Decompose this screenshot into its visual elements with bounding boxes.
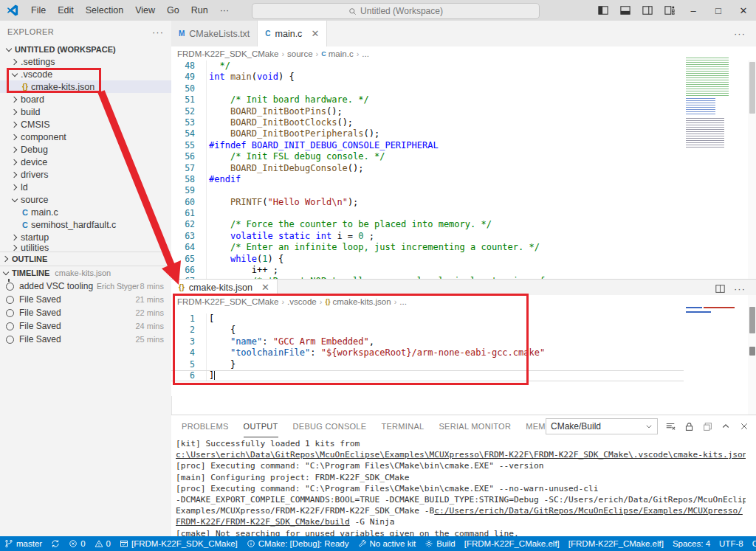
scrollbar-bottom[interactable] xyxy=(748,295,756,415)
chevron-collapsed-icon xyxy=(9,243,21,252)
tree-item-utilities[interactable]: utilities xyxy=(0,243,171,252)
panel-tab-terminal[interactable]: TERMINAL xyxy=(381,416,424,437)
lock-scroll-icon[interactable] xyxy=(683,420,695,432)
timeline-item[interactable]: File Saved24 mins xyxy=(0,319,171,333)
panel-tab-serial-monitor[interactable]: SERIAL MONITOR xyxy=(439,416,511,437)
tree-item-device[interactable]: device xyxy=(0,156,171,168)
status-item-master[interactable]: master xyxy=(0,536,47,551)
minimap-top[interactable] xyxy=(683,55,748,155)
split-editor-icon[interactable] xyxy=(715,284,725,294)
output-line: [kit] Successfully loaded 1 kits from xyxy=(176,438,746,449)
breadcrumb-item[interactable]: FRDM-K22F_SDK_CMake xyxy=(177,297,278,306)
minimap-bottom[interactable] xyxy=(683,304,748,322)
status-item-frdm-k22f-cmake-elf[interactable]: [FRDM-K22F_CMake.elf] xyxy=(564,536,668,551)
timeline-section-header[interactable]: TIMELINE cmake-kits.json xyxy=(0,266,171,280)
timeline-item[interactable]: File Saved21 mins xyxy=(0,293,171,306)
chevron-collapsed-icon xyxy=(9,106,21,118)
toggle-sidebar-icon[interactable] xyxy=(592,0,614,21)
breadcrumb-item[interactable]: .vscode xyxy=(287,297,317,306)
status-item-0[interactable]: 0 xyxy=(64,536,89,551)
status-item-spaces-4[interactable]: Spaces: 4 xyxy=(668,536,715,551)
tree-item-ld[interactable]: ld xyxy=(0,181,171,193)
breadcrumb-item[interactable]: {}cmake-kits.json xyxy=(325,297,391,306)
timeline-item[interactable]: File Saved25 mins xyxy=(0,333,171,346)
menu-file[interactable]: File xyxy=(25,0,52,21)
tree-item-settings[interactable]: .settings xyxy=(0,55,171,68)
status-item-0[interactable]: 0 xyxy=(90,536,115,551)
timeline-item[interactable]: File Saved22 mins xyxy=(0,306,171,319)
tree-item-source[interactable]: source xyxy=(0,193,171,206)
editor-actions-more-icon[interactable]: ··· xyxy=(734,283,746,294)
main-c-icon: C xyxy=(321,50,326,58)
minimize-button[interactable]: – xyxy=(681,0,706,21)
toggle-secondary-sidebar-icon[interactable] xyxy=(636,0,659,21)
breadcrumb-item[interactable]: FRDM-K22F_SDK_CMake xyxy=(177,49,278,58)
outline-section-header[interactable]: OUTLINE xyxy=(0,252,171,266)
breadcrumb-item[interactable]: Cmain.c xyxy=(321,49,353,58)
timeline-item[interactable]: added VSC toolingErich Styger8 mins xyxy=(0,280,171,293)
menu-view[interactable]: View xyxy=(129,0,161,21)
tree-item-main-c[interactable]: Cmain.c xyxy=(0,206,171,218)
tab-cmakelists-txt[interactable]: MCMakeLists.txt xyxy=(171,21,258,46)
clear-output-icon[interactable] xyxy=(664,420,676,432)
open-output-in-editor-icon[interactable] xyxy=(701,420,713,432)
status-item-build[interactable]: Build xyxy=(420,536,460,551)
menu-[interactable]: ··· xyxy=(214,0,236,21)
code-editor-cmake-kits-json[interactable]: 1[2 {3 "name": "GCC Arm Embedded",4 "too… xyxy=(171,308,684,396)
tree-item-untitled-workspace[interactable]: UNTITLED (WORKSPACE) xyxy=(0,43,171,55)
code-editor-main-c[interactable]: 48 */49int main(void) {5051 /* Init boar… xyxy=(171,60,685,279)
menu-run[interactable]: Run xyxy=(185,0,214,21)
output-console[interactable]: [kit] Successfully loaded 1 kits fromc:\… xyxy=(171,438,746,537)
code-text: [ xyxy=(206,313,214,325)
close-panel-icon[interactable] xyxy=(738,420,750,432)
close-tab-icon[interactable]: ✕ xyxy=(311,28,319,39)
breadcrumb-item[interactable]: ... xyxy=(399,297,407,306)
chevron-collapsed-icon xyxy=(9,56,21,68)
tab-label: main.c xyxy=(275,29,303,39)
menu-selection[interactable]: Selection xyxy=(80,0,129,21)
output-link[interactable]: c:/Users/erich/Data/GitRepos/McuOnEclips… xyxy=(434,506,743,516)
explorer-actions-icon[interactable]: ··· xyxy=(152,27,164,38)
bottom-panel: PROBLEMSOUTPUTDEBUG CONSOLETERMINALSERIA… xyxy=(171,415,756,537)
status-item-no-active-kit[interactable]: No active kit xyxy=(354,536,421,551)
maximize-panel-icon[interactable] xyxy=(720,420,732,432)
status-item-frdm-k22f-sdk-cmake[interactable]: [FRDM-K22F_SDK_CMake] xyxy=(115,536,242,551)
tab-main-c[interactable]: Cmain.c✕ xyxy=(258,21,327,46)
tab-cmake-kits-json[interactable]: {} cmake-kits.json ✕ xyxy=(171,280,278,295)
tree-item-build[interactable]: build xyxy=(0,105,171,118)
tree-item-debug[interactable]: Debug xyxy=(0,143,171,156)
menu-go[interactable]: Go xyxy=(161,0,185,21)
timeline-item-label: File Saved xyxy=(19,294,61,305)
close-window-button[interactable]: ✕ xyxy=(731,0,756,21)
scrollbar-top[interactable] xyxy=(748,60,756,279)
menu-edit[interactable]: Edit xyxy=(52,0,80,21)
tree-item-cmsis[interactable]: CMSIS xyxy=(0,118,171,131)
tree-item-drivers[interactable]: drivers xyxy=(0,168,171,181)
panel-tab-problems[interactable]: PROBLEMS xyxy=(182,416,229,437)
panel-tab-output[interactable]: OUTPUT xyxy=(244,415,278,437)
tree-item-cmake-kits-json[interactable]: {}cmake-kits.json xyxy=(0,80,171,93)
status-item-crlf[interactable]: CRLF xyxy=(748,536,756,551)
output-link[interactable]: c:\Users\erich\Data\GitRepos\McuOnEclips… xyxy=(176,450,746,460)
customize-layout-icon[interactable] xyxy=(659,0,681,21)
editor-actions-more-icon[interactable]: ··· xyxy=(734,21,756,46)
panel-tab-debug-console[interactable]: DEBUG CONSOLE xyxy=(293,416,367,437)
tree-item-startup[interactable]: startup xyxy=(0,231,171,243)
toggle-panel-icon[interactable] xyxy=(614,0,636,21)
tree-item-component[interactable]: component xyxy=(0,131,171,143)
status-item-utf-8[interactable]: UTF-8 xyxy=(715,536,748,551)
output-channel-select[interactable]: CMake/Build xyxy=(546,418,658,434)
tree-item-board[interactable]: board xyxy=(0,93,171,105)
status-item-cmake-debug-ready[interactable]: CMake: [Debug]: Ready xyxy=(242,536,354,551)
tree-item-vscode[interactable]: .vscode xyxy=(0,68,171,80)
command-center[interactable]: Untitled (Workspace) xyxy=(252,3,540,19)
status-item-frdm-k22f-cmake-elf[interactable]: [FRDM-K22F_CMake.elf] xyxy=(460,536,564,551)
status-item-sync-icon[interactable] xyxy=(47,536,64,551)
breadcrumb-item[interactable]: source xyxy=(287,49,313,58)
tree-item-semihost-hardfault-c[interactable]: Csemihost_hardfault.c xyxy=(0,218,171,231)
maximize-button[interactable]: □ xyxy=(706,0,731,21)
output-link[interactable]: FRDM-K22F/FRDM-K22F_SDK_CMake/build xyxy=(176,517,350,527)
close-tab-icon[interactable]: ✕ xyxy=(261,282,269,293)
chevron-collapsed-icon xyxy=(9,169,21,181)
breadcrumb-item[interactable]: ... xyxy=(362,49,369,58)
